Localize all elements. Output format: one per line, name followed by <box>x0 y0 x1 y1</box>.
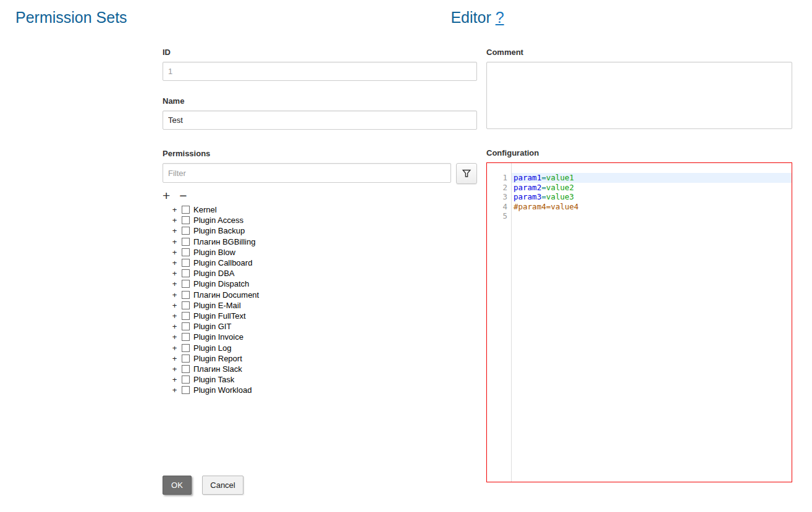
tree-item-label: Plugin Callboard <box>193 258 252 267</box>
editor-form-left-column: ID Name Permissions + − + Kernel + Plugi… <box>163 48 477 395</box>
tree-checkbox[interactable] <box>182 291 190 299</box>
line-code: param3=value3 <box>512 192 792 202</box>
expand-all-button[interactable]: + <box>163 190 170 202</box>
line-code: param2=value2 <box>512 183 792 193</box>
tree-item-label: Plugin Blow <box>193 248 235 257</box>
permissions-label: Permissions <box>163 149 477 158</box>
tree-checkbox[interactable] <box>182 280 190 288</box>
line-number: 5 <box>487 211 512 221</box>
tree-checkbox[interactable] <box>182 248 190 256</box>
tree-checkbox[interactable] <box>182 227 190 235</box>
tree-expander[interactable]: + <box>172 216 177 224</box>
line-code: param1=value1 <box>512 173 792 183</box>
code-line: 1 param1=value1 <box>487 173 792 183</box>
code-line: 5 <box>487 211 792 221</box>
configuration-code-editor[interactable]: 1 param1=value1 2 param2=value2 3 param3… <box>486 162 792 482</box>
cancel-button[interactable]: Cancel <box>202 476 243 495</box>
tree-checkbox[interactable] <box>182 216 190 224</box>
tree-row: + Плагин Slack <box>163 364 477 374</box>
code-lines: 1 param1=value1 2 param2=value2 3 param3… <box>487 163 792 221</box>
tree-expander[interactable]: + <box>172 322 177 330</box>
permissions-filter-row <box>163 163 477 184</box>
tree-checkbox[interactable] <box>182 206 190 214</box>
line-number: 3 <box>487 192 512 202</box>
comment-field[interactable] <box>486 62 792 129</box>
tree-expand-controls: + − <box>163 189 477 203</box>
code-line: 3 param3=value3 <box>487 192 792 202</box>
editor-form-right-column: Comment Configuration 1 param1=value1 2 … <box>486 48 792 482</box>
editor-title-text: Editor <box>450 9 491 26</box>
tree-checkbox[interactable] <box>182 355 190 363</box>
page-title: Permission Sets <box>15 9 127 27</box>
tree-row: + Plugin Backup <box>163 225 477 236</box>
tree-checkbox[interactable] <box>182 269 190 277</box>
ok-button[interactable]: OK <box>163 476 192 495</box>
tree-item-label: Plugin Task <box>193 375 234 384</box>
tree-expander[interactable]: + <box>172 365 177 373</box>
tree-expander[interactable]: + <box>172 312 177 320</box>
tree-expander[interactable]: + <box>172 333 177 341</box>
tree-row: + Плагин BGBilling <box>163 237 477 247</box>
tree-item-label: Kernel <box>193 205 217 214</box>
action-buttons: OK Cancel <box>163 476 243 495</box>
filter-input[interactable] <box>163 163 451 183</box>
tree-item-label: Плагин BGBilling <box>193 237 255 246</box>
line-number: 1 <box>487 173 512 183</box>
tree-item-label: Плагин Document <box>193 290 259 300</box>
tree-item-label: Plugin Workload <box>193 385 252 395</box>
tree-item-label: Plugin FullText <box>193 311 246 321</box>
tree-checkbox[interactable] <box>182 238 190 246</box>
tree-checkbox[interactable] <box>182 259 190 267</box>
tree-expander[interactable]: + <box>172 291 177 299</box>
funnel-icon <box>462 169 472 178</box>
tree-item-label: Plugin GIT <box>193 322 231 331</box>
tree-expander[interactable]: + <box>172 248 177 256</box>
tree-expander[interactable]: + <box>172 355 177 363</box>
collapse-all-button[interactable]: − <box>179 190 187 202</box>
tree-checkbox[interactable] <box>182 344 190 352</box>
tree-item-label: Plugin Invoice <box>193 332 243 342</box>
name-field[interactable] <box>163 111 477 130</box>
tree-checkbox[interactable] <box>182 312 190 320</box>
tree-row: + Plugin E-Mail <box>163 300 477 311</box>
tree-item-label: Plugin E-Mail <box>193 301 241 310</box>
tree-expander[interactable]: + <box>172 206 177 214</box>
tree-item-label: Плагин Slack <box>193 364 242 374</box>
tree-expander[interactable]: + <box>172 376 177 384</box>
filter-button[interactable] <box>456 163 477 184</box>
tree-item-label: Plugin DBA <box>193 269 234 278</box>
configuration-label: Configuration <box>486 148 792 157</box>
tree-checkbox[interactable] <box>182 301 190 309</box>
tree-expander[interactable]: + <box>172 386 177 394</box>
help-link[interactable]: ? <box>496 9 504 26</box>
tree-checkbox[interactable] <box>182 376 190 384</box>
tree-row: + Kernel <box>163 204 477 215</box>
line-code <box>512 211 792 221</box>
tree-expander[interactable]: + <box>172 259 177 267</box>
tree-expander[interactable]: + <box>172 227 177 235</box>
tree-checkbox[interactable] <box>182 333 190 341</box>
line-number: 2 <box>487 183 512 193</box>
tree-checkbox[interactable] <box>182 322 190 330</box>
tree-row: + Plugin Report <box>163 353 477 364</box>
tree-expander[interactable]: + <box>172 344 177 352</box>
editor-title: Editor ? <box>163 9 792 27</box>
tree-expander[interactable]: + <box>172 280 177 288</box>
tree-row: + Plugin Blow <box>163 247 477 258</box>
tree-item-label: Plugin Backup <box>193 226 245 235</box>
tree-row: + Plugin Callboard <box>163 258 477 268</box>
comment-label: Comment <box>486 48 792 57</box>
tree-row: + Plugin DBA <box>163 268 477 279</box>
id-field[interactable] <box>163 62 477 81</box>
tree-checkbox[interactable] <box>182 365 190 373</box>
tree-expander[interactable]: + <box>172 301 177 309</box>
tree-row: + Plugin Log <box>163 342 477 353</box>
tree-row: + Plugin Invoice <box>163 332 477 342</box>
tree-expander[interactable]: + <box>172 269 177 277</box>
line-number: 4 <box>487 202 512 212</box>
code-line: 4 #param4=value4 <box>487 202 792 212</box>
tree-row: + Plugin Workload <box>163 385 477 395</box>
tree-checkbox[interactable] <box>182 386 190 394</box>
tree-row: + Плагин Document <box>163 290 477 300</box>
tree-expander[interactable]: + <box>172 238 177 246</box>
